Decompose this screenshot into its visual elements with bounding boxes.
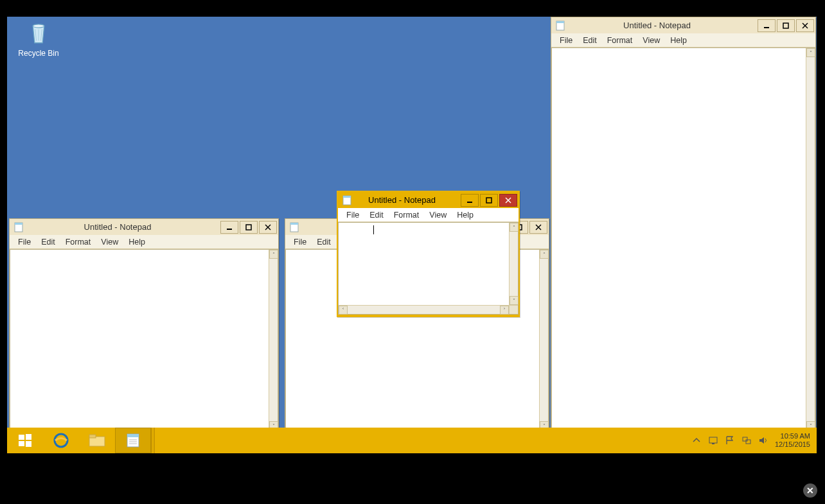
window-title: Untitled - Notepad (569, 21, 758, 30)
menu-format[interactable]: Format (603, 35, 637, 46)
notepad-icon (289, 222, 299, 232)
tray-time: 10:59 AM (775, 432, 810, 440)
overlay-close-button[interactable]: ✕ (803, 483, 817, 498)
notepad-window-right[interactable]: Untitled - Notepad File Edit Format View… (551, 17, 816, 440)
menu-view[interactable]: View (638, 35, 664, 46)
window-title: Untitled - Notepad (28, 222, 220, 232)
scroll-right-button[interactable]: ˃ (500, 306, 509, 315)
taskbar-notepad[interactable] (115, 428, 151, 453)
vertical-scrollbar[interactable]: ˄ ˅ (269, 250, 278, 430)
start-button[interactable] (7, 428, 43, 453)
minimize-button[interactable] (758, 19, 776, 32)
menu-view[interactable]: View (96, 237, 123, 247)
taskbar-ie[interactable] (43, 428, 79, 453)
svg-rect-33 (127, 434, 139, 437)
tray-flag-icon[interactable] (725, 435, 735, 446)
svg-rect-31 (89, 435, 96, 438)
svg-point-0 (33, 24, 44, 28)
svg-rect-37 (709, 437, 717, 443)
svg-rect-4 (783, 23, 788, 28)
desktop[interactable]: Recycle Bin Untitled - Notepad File (7, 17, 817, 453)
svg-rect-39 (743, 437, 747, 441)
menu-help[interactable]: Help (124, 237, 150, 247)
svg-rect-22 (486, 198, 492, 203)
svg-rect-28 (26, 441, 31, 447)
scroll-left-button[interactable]: ˂ (339, 306, 348, 315)
text-area-frame: ˄ ˅ ˂ ˃ (338, 222, 519, 315)
scroll-down-button[interactable]: ˅ (510, 296, 519, 305)
internet-explorer-icon (53, 432, 69, 449)
minimize-button[interactable] (220, 221, 238, 234)
notepad-window-active[interactable]: Untitled - Notepad File Edit Format View… (337, 191, 520, 317)
taskbar-separator (151, 428, 155, 453)
menu-help[interactable]: Help (452, 210, 478, 220)
scroll-up-button[interactable]: ˄ (269, 250, 278, 259)
maximize-button[interactable] (777, 19, 795, 32)
tray-volume-icon[interactable] (758, 435, 768, 446)
menu-file[interactable]: File (555, 35, 577, 46)
menu-view[interactable]: View (425, 210, 451, 220)
file-explorer-icon (89, 433, 105, 448)
text-area[interactable] (339, 223, 509, 305)
close-button[interactable] (499, 194, 517, 207)
scroll-up-button[interactable]: ˄ (806, 48, 815, 57)
windows-logo-icon (18, 433, 32, 448)
taskbar: 10:59 AM 12/15/2015 (7, 428, 817, 453)
svg-rect-26 (26, 434, 31, 440)
scroll-up-button[interactable]: ˄ (540, 250, 549, 259)
window-title: Untitled - Notepad (356, 195, 461, 205)
menu-file[interactable]: File (289, 237, 311, 247)
menu-edit[interactable]: Edit (365, 210, 388, 220)
vertical-scrollbar[interactable]: ˄ ˅ (509, 223, 518, 305)
system-tray: 10:59 AM 12/15/2015 (685, 428, 817, 453)
titlebar[interactable]: Untitled - Notepad (338, 192, 519, 208)
recycle-bin[interactable]: Recycle Bin (12, 18, 65, 58)
svg-rect-25 (19, 435, 24, 440)
titlebar[interactable]: Untitled - Notepad (10, 219, 278, 235)
monitor-frame: Recycle Bin Untitled - Notepad File (7, 7, 817, 476)
close-button[interactable] (259, 221, 277, 234)
resize-grip[interactable] (509, 305, 518, 314)
notepad-icon (13, 222, 24, 232)
svg-rect-2 (556, 21, 564, 23)
notepad-icon (555, 21, 565, 31)
svg-rect-38 (712, 443, 714, 444)
menu-help[interactable]: Help (666, 35, 691, 46)
scroll-up-button[interactable]: ˄ (510, 223, 519, 232)
horizontal-scrollbar[interactable]: ˂ ˃ (339, 305, 509, 314)
recycle-bin-icon (25, 19, 52, 46)
menu-file[interactable]: File (13, 237, 35, 247)
text-area[interactable] (10, 250, 269, 430)
menu-edit[interactable]: Edit (312, 237, 335, 247)
notepad-window-left[interactable]: Untitled - Notepad File Edit Format View… (9, 218, 279, 440)
menubar: File Edit Format View Help (338, 208, 519, 222)
menu-edit[interactable]: Edit (578, 35, 601, 46)
tray-network-icon[interactable] (741, 435, 752, 446)
titlebar[interactable]: Untitled - Notepad (551, 17, 815, 33)
vertical-scrollbar[interactable]: ˄ ˅ (806, 48, 815, 430)
menu-edit[interactable]: Edit (37, 237, 60, 247)
close-button[interactable] (529, 221, 547, 234)
svg-rect-14 (290, 223, 298, 225)
text-area-frame: ˄ ˅ ˂ ˃ (10, 249, 278, 440)
menu-file[interactable]: File (342, 210, 364, 220)
vertical-scrollbar[interactable]: ˄ ˅ (539, 250, 548, 430)
svg-rect-10 (246, 225, 251, 230)
svg-rect-20 (343, 196, 351, 198)
menu-format[interactable]: Format (389, 210, 424, 220)
screen: Recycle Bin Untitled - Notepad File (0, 0, 825, 504)
tray-clock[interactable]: 10:59 AM 12/15/2015 (775, 432, 810, 449)
taskbar-explorer[interactable] (79, 428, 115, 453)
text-area-frame: ˄ ˅ ˂ ˃ (551, 48, 815, 440)
minimize-button[interactable] (461, 194, 479, 207)
close-icon: ✕ (806, 485, 814, 496)
text-area[interactable] (552, 48, 806, 430)
tray-show-hidden-icon[interactable] (691, 435, 702, 446)
menubar: File Edit Format View Help (10, 235, 278, 249)
menu-format[interactable]: Format (61, 237, 96, 247)
maximize-button[interactable] (240, 221, 258, 234)
notepad-icon (126, 433, 140, 448)
tray-action-center-icon[interactable] (708, 435, 718, 446)
close-button[interactable] (796, 19, 814, 32)
maximize-button[interactable] (480, 194, 498, 207)
